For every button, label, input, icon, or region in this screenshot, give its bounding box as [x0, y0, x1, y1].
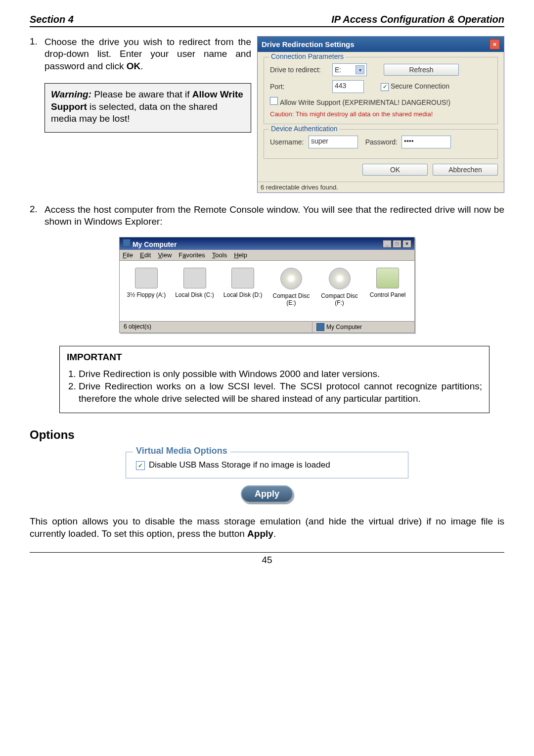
floppy-icon: [135, 268, 158, 288]
secure-label: Secure Connection: [391, 82, 449, 90]
cd-icon: [329, 268, 351, 289]
group-title-connection: Connection Parameters: [269, 52, 346, 60]
cd-icon: [280, 268, 302, 289]
drive-item[interactable]: Local Disk (D:): [223, 268, 263, 306]
close-icon[interactable]: ×: [490, 39, 500, 49]
close-icon[interactable]: ×: [402, 240, 411, 248]
closing-paragraph: This option allows you to disable the ma…: [30, 516, 504, 540]
page-number: 45: [30, 552, 504, 566]
username-label: Username:: [270, 138, 305, 146]
drive-value: E:: [335, 66, 341, 74]
secure-connection-checkbox[interactable]: ✓Secure Connection: [381, 82, 449, 91]
warn-label: Warning:: [51, 89, 91, 99]
cancel-button[interactable]: Abbrechen: [433, 164, 498, 176]
menu-tools[interactable]: Tools: [212, 251, 227, 259]
connection-parameters-group: Connection Parameters Drive to redirect:…: [264, 57, 498, 124]
my-computer-icon: [316, 323, 324, 331]
step1-c: .: [140, 61, 143, 71]
menu-view[interactable]: View: [158, 251, 172, 259]
explorer-status-left: 6 object(s): [120, 322, 312, 332]
menu-help[interactable]: Help: [234, 251, 247, 259]
disable-usb-checkbox[interactable]: ✓Disable USB Mass Storage if no image is…: [136, 460, 330, 470]
drive-item[interactable]: 3½ Floppy (A:): [127, 268, 166, 306]
header-left: Section 4: [30, 14, 74, 25]
maximize-icon[interactable]: □: [393, 240, 401, 248]
options-heading: Options: [30, 428, 504, 442]
username-input[interactable]: super: [309, 136, 358, 148]
header-right: IP Access Configuration & Operation: [331, 14, 504, 25]
group-title-auth: Device Authentication: [269, 125, 340, 133]
explorer-status-right: My Computer: [326, 324, 362, 331]
password-label: Password:: [362, 138, 398, 146]
drive-label: 3½ Floppy (A:): [127, 291, 166, 298]
ok-button[interactable]: OK: [362, 164, 428, 176]
hdd-icon: [231, 268, 254, 288]
step1-index: 1.: [30, 36, 44, 72]
drive-label: Compact Disc (F:): [320, 292, 359, 306]
drive-label: Local Disk (D:): [223, 291, 263, 298]
control-panel-icon: [376, 268, 399, 288]
allow-label: Allow Write Support (EXPERIMENTAL! DANGE…: [280, 98, 450, 106]
drive-item[interactable]: Control Panel: [368, 268, 407, 306]
menu-file[interactable]: File: [123, 251, 133, 259]
device-auth-group: Device Authentication Username: super Pa…: [264, 129, 498, 159]
important-box: IMPORTANT Drive Redirection is only poss…: [59, 346, 490, 414]
password-input[interactable]: ••••: [401, 136, 451, 148]
allow-write-checkbox[interactable]: Allow Write Support (EXPERIMENTAL! DANGE…: [270, 97, 450, 106]
closing-b: .: [273, 528, 276, 539]
warning-box: Warning: Please be aware that if Allow W…: [44, 83, 251, 133]
virtual-media-options-group: Virtual Media Options ✓Disable USB Mass …: [126, 452, 408, 478]
step1-a: Choose the drive you wish to redirect fr…: [44, 37, 251, 71]
drive-select[interactable]: E: ▾: [332, 63, 367, 76]
important-item: Drive Redirection is only possible with …: [79, 368, 482, 380]
warn-a: Please be aware that if: [91, 89, 192, 99]
apply-button[interactable]: Apply: [241, 485, 293, 503]
disable-usb-label: Disable USB Mass Storage if no image is …: [149, 460, 330, 470]
step2-text: Access the host computer from the Remote…: [44, 204, 504, 228]
caution-text: Caution: This might destroy all data on …: [270, 110, 491, 118]
drive-label: Control Panel: [368, 291, 407, 298]
port-label: Port:: [270, 83, 328, 91]
drive-label: Drive to redirect:: [270, 66, 328, 74]
menu-favorites[interactable]: Favorites: [178, 251, 205, 259]
drive-item[interactable]: Compact Disc (E:): [271, 268, 311, 306]
important-title: IMPORTANT: [67, 351, 482, 364]
explorer-title: My Computer: [133, 240, 177, 248]
drive-item[interactable]: Local Disk (C:): [175, 268, 215, 306]
step1-b: OK: [127, 61, 141, 71]
chevron-down-icon[interactable]: ▾: [356, 65, 364, 74]
step1-text: Choose the drive you wish to redirect fr…: [44, 36, 251, 72]
refresh-button[interactable]: Refresh: [384, 64, 459, 76]
explorer-menubar: File Edit View Favorites Tools Help: [120, 250, 414, 261]
port-input[interactable]: 443: [332, 80, 364, 93]
my-computer-icon: [123, 239, 131, 247]
explorer-window: My Computer _□× File Edit View Favorites…: [119, 237, 415, 333]
drive-label: Local Disk (C:): [175, 291, 215, 298]
drive-redirection-dialog: Drive Redirection Settings × Connection …: [257, 36, 504, 193]
dialog-status: 6 redirectable drives found.: [258, 182, 504, 192]
hdd-icon: [183, 268, 206, 288]
important-item: Drive Redirection works on a low SCSI le…: [79, 380, 482, 405]
dialog-title: Drive Redirection Settings: [262, 40, 355, 48]
minimize-icon[interactable]: _: [383, 240, 392, 248]
options-group-title: Virtual Media Options: [133, 446, 230, 456]
closing-bold: Apply: [247, 528, 273, 539]
step2-index: 2.: [30, 204, 44, 228]
drive-label: Compact Disc (E:): [271, 292, 311, 306]
menu-edit[interactable]: Edit: [140, 251, 151, 259]
drive-item[interactable]: Compact Disc (F:): [320, 268, 359, 306]
